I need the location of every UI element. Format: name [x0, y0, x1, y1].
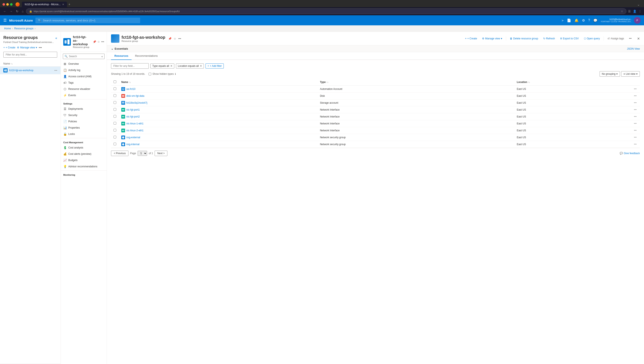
next-button[interactable]: Next > — [154, 150, 168, 156]
feedback-icon[interactable]: 💬 — [593, 18, 598, 22]
reload-button[interactable]: ↻ — [15, 9, 19, 14]
breadcrumb-home[interactable]: Home — [4, 27, 11, 30]
row-more-icon[interactable]: ••• — [634, 101, 637, 104]
nav-search-input[interactable] — [63, 54, 104, 59]
more-icon[interactable]: ⋮ — [638, 10, 642, 13]
row-more-icon[interactable]: ••• — [634, 115, 637, 118]
nav-tags[interactable]: 🏷 Tags — [61, 80, 107, 86]
assign-tags-button[interactable]: 🏷 Assign tags — [606, 36, 626, 41]
row-checkbox[interactable] — [114, 129, 116, 132]
nav-properties[interactable]: 📊 Properties — [61, 124, 107, 131]
panel-pin-icon[interactable]: 📌 — [168, 37, 172, 40]
row-checkbox[interactable] — [114, 143, 116, 145]
notifications-icon[interactable]: 🔔 — [574, 18, 579, 22]
resource-name-link[interactable]: nic-fgt-port2 — [121, 115, 315, 118]
nav-overview[interactable]: ⊞ Overview — [61, 61, 107, 67]
type-filter-close[interactable]: ✕ — [170, 64, 172, 68]
grouping-dropdown[interactable]: No grouping ▾ — [600, 71, 620, 77]
maximize-traffic-light[interactable] — [10, 3, 12, 6]
tab-close-icon[interactable]: ✕ — [62, 3, 64, 6]
list-filter-input[interactable] — [3, 52, 57, 58]
row-more-icon[interactable]: ••• — [634, 108, 637, 111]
location-header[interactable]: Location ↑↓ — [514, 79, 632, 86]
active-tab[interactable]: fct10-fgt-as-workshop - Micros... ✕ — [22, 2, 67, 7]
nav-collapse-icon[interactable]: « — [102, 55, 103, 58]
menu-icon[interactable]: ☰ — [3, 18, 7, 22]
nav-budgets[interactable]: 📈 Budgets — [61, 157, 107, 163]
previous-button[interactable]: < Previous — [111, 150, 128, 156]
panel-close-button[interactable]: ✕ — [637, 37, 640, 41]
help-icon[interactable]: ? — [588, 18, 590, 22]
show-hidden-checkbox[interactable] — [148, 73, 151, 76]
select-all-checkbox[interactable] — [114, 80, 116, 83]
row-checkbox[interactable] — [114, 115, 116, 118]
add-filter-button[interactable]: + + Add filter — [206, 64, 224, 68]
row-checkbox[interactable] — [114, 136, 116, 138]
forward-button[interactable]: → — [9, 9, 14, 14]
open-query-button[interactable]: ⬡ Open query — [582, 36, 602, 41]
nav-deployments[interactable]: ☰ Deployments — [61, 106, 107, 112]
refresh-button[interactable]: ↻ Refresh — [541, 36, 557, 41]
extensions-icon[interactable]: ☰ — [628, 10, 631, 13]
minimize-traffic-light[interactable] — [6, 3, 9, 6]
nav-security[interactable]: 🛡 Security — [61, 112, 107, 118]
global-search-input[interactable] — [43, 19, 138, 22]
nav-more-icon[interactable]: ••• — [101, 40, 104, 43]
delete-rg-button[interactable]: 🗑 Delete resource group — [508, 36, 540, 41]
list-item-more-icon[interactable]: ••• — [54, 69, 57, 72]
pagination-page-select[interactable]: 1 — [138, 151, 147, 156]
resource-name-link[interactable]: aa-fct10 — [121, 87, 315, 91]
manage-view-button[interactable]: ⚙ Manage view ▾ — [17, 46, 37, 49]
new-tab-button[interactable]: + — [68, 2, 70, 6]
name-header[interactable]: Name ↑↓ — [119, 79, 318, 86]
panel-create-button[interactable]: + + Create — [463, 36, 479, 41]
close-traffic-light[interactable] — [2, 3, 5, 6]
upload-icon[interactable]: 📄 — [567, 18, 571, 22]
resource-name-link[interactable]: nic-linux-1-eth1 — [121, 122, 315, 126]
list-item[interactable]: fct10-fgt-as-workshop ••• — [0, 66, 60, 74]
home-button[interactable]: ⌂ — [21, 9, 24, 14]
panel-star-icon[interactable]: ☆ — [174, 37, 176, 40]
resource-name-link[interactable]: fct10bc0q1hoxk47j — [121, 101, 315, 105]
name-column-header[interactable]: Name — [3, 62, 10, 65]
back-button[interactable]: ← — [2, 9, 7, 14]
row-checkbox[interactable] — [114, 94, 116, 97]
user-area[interactable]: fct10@fortinetcloud.on... FORTINET CLOUD… — [601, 17, 641, 24]
breadcrumb-resource-groups[interactable]: Resource groups — [14, 27, 33, 30]
tab-recommendations[interactable]: Recommendations — [132, 52, 161, 60]
settings-icon[interactable]: ⚙ — [582, 18, 585, 22]
nav-pin-icon[interactable]: 📌 — [93, 40, 96, 43]
row-more-icon[interactable]: ••• — [634, 88, 637, 90]
panel-ellipsis-button[interactable]: ••• — [627, 36, 634, 41]
export-csv-button[interactable]: ⬇ Export to CSV — [558, 36, 581, 41]
row-more-icon[interactable]: ••• — [634, 122, 637, 125]
resource-name-link[interactable]: disk-vm-fgt-data — [121, 94, 315, 98]
row-more-icon[interactable]: ••• — [634, 143, 637, 146]
global-search-bar[interactable]: 🔍 — [36, 18, 140, 23]
row-checkbox[interactable] — [114, 101, 116, 104]
panel-more-icon[interactable]: ••• — [178, 37, 181, 40]
resource-name-link[interactable]: nic-linux-2-eth1 — [121, 128, 315, 132]
tab-resources[interactable]: Resources — [111, 52, 132, 60]
panel-manage-view-button[interactable]: ⚙ Manage view ▾ — [480, 36, 504, 41]
nav-access-control[interactable]: 👤 Access control (IAM) — [61, 73, 107, 80]
bookmark-icon[interactable]: ☆ — [621, 10, 623, 13]
nav-cost-analysis[interactable]: 💲 Cost analysis — [61, 144, 107, 151]
row-more-icon[interactable]: ••• — [634, 129, 637, 132]
give-feedback-button[interactable]: 💬 Give feedback — [620, 152, 640, 155]
profile-icon[interactable]: 👤 — [633, 10, 636, 13]
row-checkbox[interactable] — [114, 122, 116, 124]
row-more-icon[interactable]: ••• — [634, 94, 637, 98]
view-dropdown[interactable]: ≡ List view ▾ — [621, 71, 640, 77]
address-bar[interactable]: 🔒 https://portal.azure.com/#@fortinetclo… — [26, 8, 626, 14]
resource-name-link[interactable]: nsg-external — [121, 136, 315, 139]
cloud-shell-icon[interactable]: > — [562, 19, 564, 22]
nav-cost-alerts[interactable]: 💰 Cost alerts (preview) — [61, 151, 107, 157]
nav-locks[interactable]: 🔒 Locks — [61, 131, 107, 137]
row-checkbox[interactable] — [114, 87, 116, 90]
nav-resource-visualizer[interactable]: ⬡ Resource visualizer — [61, 86, 107, 92]
row-checkbox[interactable] — [114, 108, 116, 111]
left-panel-collapse-icon[interactable]: « — [55, 36, 57, 40]
nav-activity-log[interactable]: 📋 Activity log — [61, 67, 107, 73]
location-filter-close[interactable]: ✕ — [200, 64, 202, 68]
